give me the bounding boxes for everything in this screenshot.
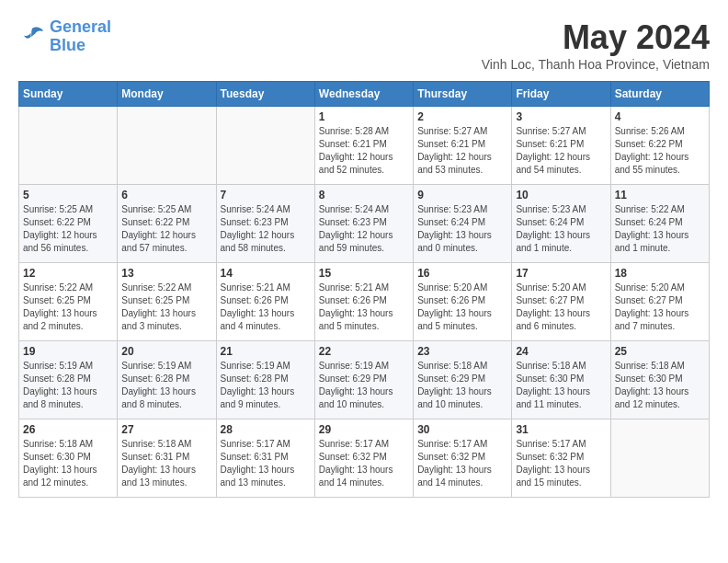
header-saturday: Saturday (610, 82, 709, 107)
location: Vinh Loc, Thanh Hoa Province, Vietnam (482, 57, 710, 72)
calendar-cell: 14Sunrise: 5:21 AM Sunset: 6:26 PM Dayli… (216, 263, 314, 341)
day-info: Sunrise: 5:22 AM Sunset: 6:25 PM Dayligh… (23, 282, 113, 333)
calendar-cell: 1Sunrise: 5:28 AM Sunset: 6:21 PM Daylig… (314, 107, 413, 185)
calendar-cell: 29Sunrise: 5:17 AM Sunset: 6:32 PM Dayli… (314, 419, 413, 498)
day-number: 20 (121, 345, 211, 358)
calendar-cell: 26Sunrise: 5:18 AM Sunset: 6:30 PM Dayli… (19, 419, 118, 498)
page-header: General Blue May 2024 Vinh Loc, Thanh Ho… (18, 18, 710, 72)
day-number: 6 (121, 189, 211, 201)
logo-icon (18, 23, 46, 51)
calendar-cell: 27Sunrise: 5:18 AM Sunset: 6:31 PM Dayli… (118, 419, 216, 498)
day-info: Sunrise: 5:17 AM Sunset: 6:32 PM Dayligh… (417, 438, 507, 489)
calendar-cell: 7Sunrise: 5:24 AM Sunset: 6:23 PM Daylig… (216, 185, 314, 263)
day-info: Sunrise: 5:18 AM Sunset: 6:30 PM Dayligh… (516, 360, 606, 411)
day-info: Sunrise: 5:27 AM Sunset: 6:21 PM Dayligh… (417, 125, 507, 177)
calendar-cell: 20Sunrise: 5:19 AM Sunset: 6:28 PM Dayli… (118, 341, 216, 419)
header-sunday: Sunday (19, 82, 118, 107)
day-info: Sunrise: 5:22 AM Sunset: 6:24 PM Dayligh… (615, 203, 705, 255)
day-info: Sunrise: 5:19 AM Sunset: 6:28 PM Dayligh… (221, 360, 311, 411)
day-number: 4 (615, 110, 705, 123)
day-number: 15 (319, 267, 409, 280)
day-info: Sunrise: 5:23 AM Sunset: 6:24 PM Dayligh… (516, 203, 606, 255)
calendar-week-3: 12Sunrise: 5:22 AM Sunset: 6:25 PM Dayli… (19, 263, 710, 341)
day-number: 18 (615, 267, 705, 280)
day-info: Sunrise: 5:28 AM Sunset: 6:21 PM Dayligh… (319, 125, 409, 177)
header-tuesday: Tuesday (216, 82, 314, 107)
day-info: Sunrise: 5:19 AM Sunset: 6:29 PM Dayligh… (319, 360, 409, 411)
calendar-week-4: 19Sunrise: 5:19 AM Sunset: 6:28 PM Dayli… (19, 341, 710, 419)
calendar-header-row: Sunday Monday Tuesday Wednesday Thursday… (19, 82, 710, 107)
day-number: 7 (221, 189, 311, 201)
calendar-cell: 10Sunrise: 5:23 AM Sunset: 6:24 PM Dayli… (512, 185, 610, 263)
calendar-cell: 31Sunrise: 5:17 AM Sunset: 6:32 PM Dayli… (512, 419, 610, 498)
day-number: 25 (615, 345, 705, 358)
header-monday: Monday (118, 82, 216, 107)
day-number: 21 (221, 345, 311, 358)
day-info: Sunrise: 5:20 AM Sunset: 6:27 PM Dayligh… (615, 282, 705, 333)
day-number: 26 (23, 423, 113, 436)
calendar-week-2: 5Sunrise: 5:25 AM Sunset: 6:22 PM Daylig… (19, 185, 710, 263)
day-number: 19 (23, 345, 113, 358)
day-info: Sunrise: 5:18 AM Sunset: 6:30 PM Dayligh… (615, 360, 705, 411)
day-info: Sunrise: 5:17 AM Sunset: 6:32 PM Dayligh… (516, 438, 606, 489)
day-number: 24 (516, 345, 606, 358)
calendar-cell: 23Sunrise: 5:18 AM Sunset: 6:29 PM Dayli… (414, 341, 512, 419)
title-block: May 2024 Vinh Loc, Thanh Hoa Province, V… (482, 18, 710, 72)
day-info: Sunrise: 5:23 AM Sunset: 6:24 PM Dayligh… (417, 203, 507, 255)
day-number: 10 (516, 189, 606, 201)
calendar-cell: 24Sunrise: 5:18 AM Sunset: 6:30 PM Dayli… (512, 341, 610, 419)
day-info: Sunrise: 5:18 AM Sunset: 6:30 PM Dayligh… (23, 438, 113, 489)
day-info: Sunrise: 5:18 AM Sunset: 6:31 PM Dayligh… (121, 438, 211, 489)
calendar-cell: 12Sunrise: 5:22 AM Sunset: 6:25 PM Dayli… (19, 263, 118, 341)
day-number: 12 (23, 267, 113, 280)
logo-line1: General (50, 17, 111, 36)
day-number: 5 (23, 189, 113, 201)
day-number: 16 (417, 267, 507, 280)
header-thursday: Thursday (414, 82, 512, 107)
header-wednesday: Wednesday (314, 82, 413, 107)
header-friday: Friday (512, 82, 610, 107)
calendar-cell: 22Sunrise: 5:19 AM Sunset: 6:29 PM Dayli… (314, 341, 413, 419)
day-info: Sunrise: 5:19 AM Sunset: 6:28 PM Dayligh… (23, 360, 113, 411)
calendar-cell: 5Sunrise: 5:25 AM Sunset: 6:22 PM Daylig… (19, 185, 118, 263)
calendar-week-5: 26Sunrise: 5:18 AM Sunset: 6:30 PM Dayli… (19, 419, 710, 498)
calendar-cell (610, 419, 709, 498)
calendar-cell: 15Sunrise: 5:21 AM Sunset: 6:26 PM Dayli… (314, 263, 413, 341)
calendar-cell: 13Sunrise: 5:22 AM Sunset: 6:25 PM Dayli… (118, 263, 216, 341)
calendar-cell: 16Sunrise: 5:20 AM Sunset: 6:26 PM Dayli… (414, 263, 512, 341)
day-number: 30 (417, 423, 507, 436)
day-info: Sunrise: 5:24 AM Sunset: 6:23 PM Dayligh… (221, 203, 311, 255)
calendar-cell: 4Sunrise: 5:26 AM Sunset: 6:22 PM Daylig… (610, 107, 709, 185)
day-number: 11 (615, 189, 705, 201)
day-info: Sunrise: 5:24 AM Sunset: 6:23 PM Dayligh… (319, 203, 409, 255)
logo-line2: Blue (50, 36, 85, 54)
day-number: 13 (121, 267, 211, 280)
calendar-cell: 3Sunrise: 5:27 AM Sunset: 6:21 PM Daylig… (512, 107, 610, 185)
calendar-cell: 19Sunrise: 5:19 AM Sunset: 6:28 PM Dayli… (19, 341, 118, 419)
day-number: 23 (417, 345, 507, 358)
day-number: 2 (417, 110, 507, 123)
calendar-cell (19, 107, 118, 185)
day-info: Sunrise: 5:21 AM Sunset: 6:26 PM Dayligh… (221, 282, 311, 333)
logo: General Blue (18, 18, 111, 55)
day-info: Sunrise: 5:22 AM Sunset: 6:25 PM Dayligh… (121, 282, 211, 333)
calendar-cell: 21Sunrise: 5:19 AM Sunset: 6:28 PM Dayli… (216, 341, 314, 419)
day-info: Sunrise: 5:18 AM Sunset: 6:29 PM Dayligh… (417, 360, 507, 411)
day-info: Sunrise: 5:17 AM Sunset: 6:31 PM Dayligh… (221, 438, 311, 489)
calendar-cell (216, 107, 314, 185)
day-number: 8 (319, 189, 409, 201)
day-info: Sunrise: 5:26 AM Sunset: 6:22 PM Dayligh… (615, 125, 705, 177)
calendar-cell (118, 107, 216, 185)
calendar-cell: 2Sunrise: 5:27 AM Sunset: 6:21 PM Daylig… (414, 107, 512, 185)
calendar-cell: 11Sunrise: 5:22 AM Sunset: 6:24 PM Dayli… (610, 185, 709, 263)
calendar-cell: 30Sunrise: 5:17 AM Sunset: 6:32 PM Dayli… (414, 419, 512, 498)
month-year: May 2024 (482, 18, 710, 57)
calendar-week-1: 1Sunrise: 5:28 AM Sunset: 6:21 PM Daylig… (19, 107, 710, 185)
day-info: Sunrise: 5:17 AM Sunset: 6:32 PM Dayligh… (319, 438, 409, 489)
calendar-cell: 25Sunrise: 5:18 AM Sunset: 6:30 PM Dayli… (610, 341, 709, 419)
day-number: 3 (516, 110, 606, 123)
day-number: 31 (516, 423, 606, 436)
calendar-body: 1Sunrise: 5:28 AM Sunset: 6:21 PM Daylig… (19, 107, 710, 498)
logo-text: General Blue (50, 18, 111, 55)
calendar-cell: 9Sunrise: 5:23 AM Sunset: 6:24 PM Daylig… (414, 185, 512, 263)
